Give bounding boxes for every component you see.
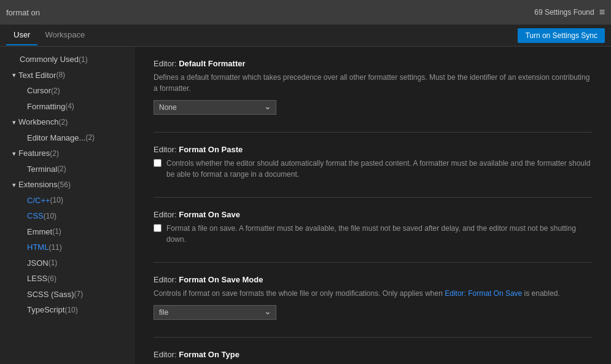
setting-format-on-type: Editor: Format On Type Controls whether …	[154, 350, 593, 364]
sidebar-item-formatting[interactable]: Formatting (4)	[0, 99, 135, 115]
format-on-save-title: Editor: Format On Save	[154, 210, 593, 219]
features-arrow: ▾	[12, 149, 16, 159]
default-formatter-title-plain: Editor:	[154, 59, 179, 68]
format-on-save-checkbox[interactable]	[154, 224, 162, 232]
sidebar-item-cursor[interactable]: Cursor (2)	[0, 83, 135, 99]
tab-workspace[interactable]: Workspace	[37, 25, 92, 45]
menu-icon[interactable]: ≡	[599, 7, 605, 18]
editor-manage-count: (2)	[85, 132, 95, 143]
terminal-count: (2)	[57, 163, 66, 174]
sidebar-item-cpp[interactable]: C/C++ (10)	[0, 193, 135, 209]
commonly-used-count: (1)	[79, 54, 88, 65]
divider-3	[154, 262, 593, 263]
editor-manage-label: Editor Manage...	[27, 132, 85, 144]
less-label: LESS	[27, 273, 47, 285]
sidebar-item-features[interactable]: ▾ Features (2)	[0, 145, 135, 161]
sidebar-item-editor-manage[interactable]: Editor Manage... (2)	[0, 130, 135, 146]
format-on-type-title-bold: Format On Type	[179, 350, 239, 359]
format-on-save-mode-desc-post: is enabled.	[522, 289, 559, 298]
default-formatter-description: Defines a default formatter which takes …	[154, 72, 593, 94]
format-on-save-title-plain: Editor:	[154, 210, 179, 219]
format-on-save-mode-dropdown-wrapper: file modifications	[154, 305, 276, 320]
sidebar-item-text-editor[interactable]: ▾ Text Editor (8)	[0, 68, 135, 83]
format-on-save-link[interactable]: Editor: Format On Save	[445, 289, 522, 298]
text-editor-label: Text Editor	[18, 69, 56, 82]
scss-count: (7)	[74, 288, 84, 300]
format-on-paste-title-bold: Format On Paste	[179, 145, 243, 154]
turn-on-sync-button[interactable]: Turn on Settings Sync	[518, 28, 605, 43]
divider-4	[154, 337, 593, 338]
default-formatter-title: Editor: Default Formatter	[154, 59, 593, 68]
content-area: Editor: Default Formatter Defines a defa…	[135, 47, 611, 364]
css-label: CSS	[27, 210, 44, 222]
sidebar-item-workbench[interactable]: ▾ Workbench (2)	[0, 114, 135, 130]
format-on-save-mode-dropdown[interactable]: file modifications	[154, 305, 276, 320]
main-layout: Commonly Used (1) ▾ Text Editor (8) Curs…	[0, 47, 611, 364]
setting-format-on-save: Editor: Format On Save Format a file on …	[154, 210, 593, 245]
formatting-count: (4)	[65, 101, 74, 112]
search-input[interactable]	[6, 8, 534, 17]
extensions-label: Extensions	[18, 179, 58, 191]
typescript-count: (10)	[64, 304, 77, 316]
format-on-paste-title-plain: Editor:	[154, 145, 179, 154]
cpp-label: C/C++	[27, 195, 50, 207]
cursor-count: (2)	[51, 85, 60, 96]
sidebar-item-json[interactable]: JSON (1)	[0, 255, 135, 271]
tabs: User Workspace	[6, 25, 92, 45]
sidebar-item-less[interactable]: LESS (6)	[0, 271, 135, 287]
json-count: (1)	[49, 257, 58, 268]
scss-label: SCSS (Sass)	[27, 288, 74, 301]
sidebar-item-scss[interactable]: SCSS (Sass) (7)	[0, 287, 135, 303]
sidebar-item-terminal[interactable]: Terminal (2)	[0, 161, 135, 177]
sidebar-item-typescript[interactable]: TypeScript (10)	[0, 302, 135, 318]
format-on-save-mode-description: Controls if format on save formats the w…	[154, 288, 593, 299]
divider-1	[154, 132, 593, 133]
cursor-label: Cursor	[27, 85, 51, 97]
format-on-type-title-plain: Editor:	[154, 350, 179, 359]
terminal-label: Terminal	[27, 163, 57, 176]
typescript-label: TypeScript	[27, 304, 64, 316]
setting-default-formatter: Editor: Default Formatter Defines a defa…	[154, 59, 593, 115]
settings-found-count: 69 Settings Found	[534, 8, 594, 17]
format-on-save-mode-title-bold: Format On Save Mode	[179, 275, 263, 284]
format-on-paste-title: Editor: Format On Paste	[154, 145, 593, 154]
default-formatter-dropdown[interactable]: None	[154, 100, 276, 115]
tab-bar: User Workspace Turn on Settings Sync	[0, 25, 611, 47]
format-on-save-title-bold: Format On Save	[179, 210, 240, 219]
default-formatter-dropdown-wrapper: None	[154, 100, 276, 115]
format-on-save-mode-title-plain: Editor:	[154, 275, 179, 284]
html-label: HTML	[27, 241, 49, 254]
tab-user[interactable]: User	[6, 25, 37, 45]
sidebar-item-extensions[interactable]: ▾ Extensions (56)	[0, 177, 135, 193]
setting-format-on-save-mode: Editor: Format On Save Mode Controls if …	[154, 275, 593, 320]
text-editor-count: (8)	[56, 69, 65, 80]
workbench-arrow: ▾	[12, 117, 16, 128]
sidebar: Commonly Used (1) ▾ Text Editor (8) Curs…	[0, 47, 135, 364]
sidebar-item-commonly-used[interactable]: Commonly Used (1)	[0, 52, 135, 68]
format-on-paste-row: Controls whether the editor should autom…	[154, 158, 593, 180]
format-on-paste-description: Controls whether the editor should autom…	[166, 158, 593, 180]
setting-format-on-paste: Editor: Format On Paste Controls whether…	[154, 145, 593, 180]
divider-2	[154, 197, 593, 198]
html-count: (11)	[49, 242, 61, 253]
format-on-type-title: Editor: Format On Type	[154, 350, 593, 359]
formatting-label: Formatting	[27, 101, 65, 113]
sidebar-item-css[interactable]: CSS (10)	[0, 208, 135, 224]
sidebar-item-html[interactable]: HTML (11)	[0, 239, 135, 255]
css-count: (10)	[44, 211, 56, 222]
less-count: (6)	[47, 273, 56, 284]
extensions-arrow: ▾	[12, 180, 16, 190]
emmet-label: Emmet	[27, 226, 52, 238]
cpp-count: (10)	[50, 195, 63, 206]
extensions-count: (56)	[58, 179, 71, 190]
format-on-save-row: Format a file on save. A formatter must …	[154, 223, 593, 245]
format-on-paste-checkbox[interactable]	[154, 159, 162, 167]
search-bar: 69 Settings Found ≡	[0, 0, 611, 25]
default-formatter-title-bold: Default Formatter	[179, 59, 245, 68]
json-label: JSON	[27, 257, 49, 269]
sidebar-item-emmet[interactable]: Emmet (1)	[0, 224, 135, 240]
format-on-save-mode-desc-pre: Controls if format on save formats the w…	[154, 289, 445, 298]
commonly-used-label: Commonly Used	[20, 53, 79, 66]
text-editor-arrow: ▾	[12, 70, 16, 80]
format-on-save-description: Format a file on save. A formatter must …	[166, 223, 593, 245]
